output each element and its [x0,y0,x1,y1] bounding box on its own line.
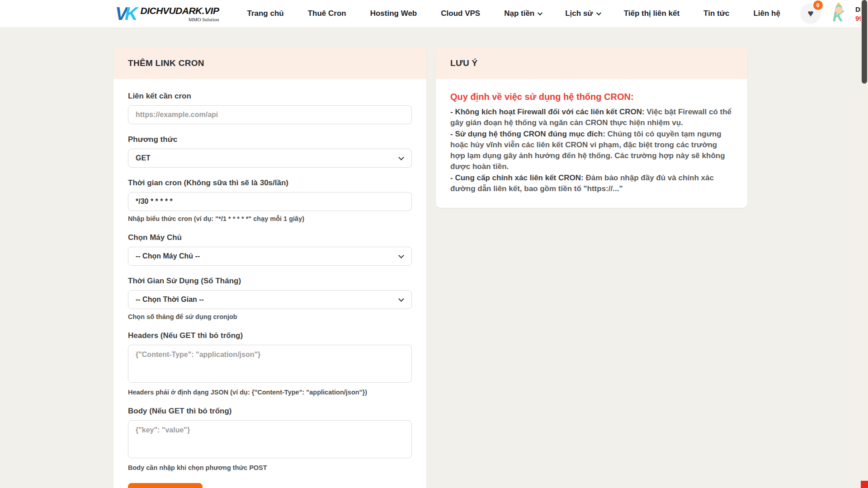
add-cron-panel-header: THÊM LINK CRON [113,47,426,79]
duration-select[interactable]: -- Chọn Thời Gian -- [128,290,412,309]
chevron-down-icon [398,296,404,302]
chevron-down-icon [596,10,601,15]
server-label: Chọn Máy Chủ [128,233,412,242]
body-label: Body (Nếu GET thì bỏ trống) [128,407,412,416]
cron-rules-heading: Quy định về việc sử dụng hệ thống CRON: [450,92,733,102]
scrollbar-thumb[interactable] [862,0,867,84]
headers-textarea[interactable] [128,345,412,383]
corner-widget[interactable] [861,481,868,488]
method-select[interactable]: GET [128,149,412,168]
notes-panel: LƯU Ý Quy định về việc sử dụng hệ thống … [436,47,747,208]
headers-label: Headers (Nếu GET thì bỏ trống) [128,331,412,340]
nav-item-affiliate[interactable]: Tiếp thị liên kết [624,9,679,18]
rule-item: - Không kích hoạt Firewall đối với các l… [450,107,733,129]
url-label: Liên kết cần cron [128,92,412,101]
heart-icon: ♥ [807,9,813,19]
cron-url-input[interactable] [128,105,412,124]
rule-item: - Cung cấp chính xác liên kết CRON: Đảm … [450,173,733,195]
nav-item-news[interactable]: Tin tức [703,9,729,18]
favorites-button[interactable]: ♥ 0 [800,3,821,24]
rule-item: - Sử dụng hệ thống CRON đúng mục đích: C… [450,129,733,173]
notes-panel-header: LƯU Ý [436,47,747,79]
duration-label: Thời Gian Sử Dụng (Số Tháng) [128,277,412,286]
duration-help: Chọn số tháng để sử dụng cronjob [128,313,412,320]
chevron-down-icon [538,10,542,15]
nav-item-cloud-vps[interactable]: Cloud VPS [441,9,480,18]
page-content: THÊM LINK CRON Liên kết cần cron Phương … [0,27,868,488]
nav-item-contact[interactable]: Liên hệ [753,9,780,18]
nav-item-rent-cron[interactable]: Thuê Cron [308,9,346,18]
logo-title: DICHVUDARK.VIP [141,5,219,16]
favorites-count-badge: 0 [813,0,823,10]
add-cronjob-button[interactable]: Thêm Cronjob [128,483,203,488]
add-cron-panel: THÊM LINK CRON Liên kết cần cron Phương … [113,47,426,488]
logo-subtitle: MMO Solution [189,17,219,22]
avatar[interactable]: K [828,4,848,23]
cron-time-label: Thời gian cron (Không sữa thì sẽ là 30s/… [128,178,412,188]
method-label: Phương thức [128,135,412,144]
panel-title: THÊM LINK CRON [128,58,204,68]
chevron-down-icon [398,155,404,160]
cron-rules-text: - Không kích hoạt Firewall đối với các l… [450,107,733,194]
top-nav: VK DICHVUDARK.VIP MMO Solution Trang chủ… [0,0,868,27]
body-help: Body cần nhập khi chọn phương thức POST [128,464,412,471]
chevron-down-icon [398,253,404,258]
page-scrollbar[interactable] [861,0,868,488]
server-select[interactable]: -- Chọn Máy Chủ -- [128,247,412,266]
main-menu: Trang chủ Thuê Cron Hosting Web Cloud VP… [247,9,780,18]
logo-vk-icon: VK [115,5,139,23]
body-textarea[interactable] [128,420,412,458]
crown-icon [837,2,840,5]
nav-item-home[interactable]: Trang chủ [247,9,283,18]
cron-expression-help: Nhập biểu thức cron (ví dụ: "*/1 * * * *… [128,215,412,222]
headers-help: Headers phải ở định dạng JSON (ví dụ: {"… [128,389,412,396]
nav-item-hosting[interactable]: Hosting Web [370,9,417,18]
nav-item-deposit[interactable]: Nạp tiền [504,9,541,18]
cron-expression-input[interactable] [128,192,412,211]
notes-title: LƯU Ý [450,58,478,68]
nav-item-history[interactable]: Lịch sử [565,9,599,18]
logo[interactable]: VK DICHVUDARK.VIP MMO Solution [115,5,219,23]
